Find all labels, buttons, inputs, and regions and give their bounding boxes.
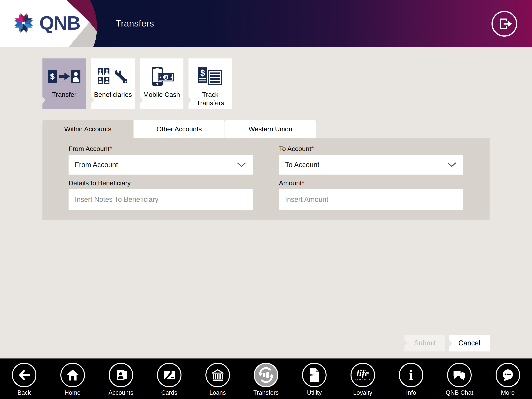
transfer-icon: $ [48,66,81,86]
feature-tab-label: Transfer [52,90,76,99]
feature-tab-label: Mobile Cash [143,90,180,99]
more-icon [496,363,520,387]
to-account-label: To Account* [279,145,314,153]
notch-decoration [91,97,94,104]
page-title: Transfers [116,0,154,47]
header: QNB Transfers [0,0,532,47]
chevron-down-icon [448,162,456,167]
amount-label: Amount* [279,179,304,187]
loyalty-life-rewards-icon: life REWARDS [350,363,375,387]
logout-icon [496,15,513,32]
beneficiaries-icon [98,66,128,86]
page: { "header": { "logo_text": "QNB", "title… [0,0,532,399]
from-account-label: From Account* [69,145,112,153]
cards-icon [157,363,182,387]
svg-text:$: $ [165,75,167,80]
loans-icon [205,363,230,387]
feature-tab-mobile-cash[interactable]: $ Mobile Cash [140,58,184,109]
notch-decoration [140,97,143,104]
transfers-icon [254,363,278,387]
amount-input[interactable] [279,189,463,210]
details-label: Details to Beneficiary [69,179,131,187]
required-asterisk: * [109,145,112,152]
svg-text:$: $ [50,72,55,81]
to-account-select[interactable]: To Account [279,155,463,174]
submit-button[interactable]: Submit [405,335,445,351]
tab-other-accounts[interactable]: Other Accounts [134,120,225,138]
notch-decoration [43,97,45,104]
required-asterisk: * [311,145,314,152]
nav-item-utility[interactable]: BILL Utility [300,363,329,396]
mobile-cash-icon: $ [149,66,174,86]
svg-text:BILL: BILL [310,373,317,376]
feature-tab-transfer[interactable]: $ Transfer [43,58,86,109]
nav-item-cards[interactable]: Cards [155,363,184,396]
track-transfers-icon: $ [198,66,222,86]
qnb-star-icon [12,11,35,35]
details-input[interactable] [69,189,253,210]
nav-item-info[interactable]: i Info [396,363,426,396]
nav-item-transfers[interactable]: Transfers [251,363,281,396]
qnb-logo: QNB [12,11,80,35]
feature-tabs: $ Transfer [43,58,232,109]
accounts-icon [109,363,133,387]
nav-item-qnb-chat[interactable]: QNB Chat [445,363,474,396]
feature-tab-beneficiaries[interactable]: Beneficiaries [91,58,135,109]
svg-text:$: $ [200,68,205,78]
cancel-button[interactable]: Cancel [449,335,490,351]
utility-bill-icon: BILL [302,363,327,387]
required-asterisk: * [302,179,304,187]
info-icon: i [399,363,423,387]
chevron-down-icon [237,162,246,167]
tab-within-accounts[interactable]: Within Accounts [43,120,133,138]
chat-icon [447,363,472,387]
home-icon [60,363,85,387]
bottom-nav: Back Home Accounts Cards [0,359,532,399]
feature-tab-track-transfers[interactable]: $ Track Transfers [189,58,232,109]
qnb-logo-text: QNB [39,12,80,34]
feature-tab-label: Beneficiaries [94,90,132,99]
logout-button[interactable] [492,11,517,37]
feature-tab-label: Track Transfers [189,90,232,107]
back-icon [12,363,36,387]
nav-item-home[interactable]: Home [58,363,87,396]
nav-item-accounts[interactable]: Accounts [106,363,136,396]
tab-western-union[interactable]: Western Union [225,120,316,138]
nav-item-loans[interactable]: Loans [203,363,232,396]
notch-decoration [449,340,452,346]
notch-decoration [405,340,408,346]
account-tabs: Within Accounts Other Accounts Western U… [43,120,316,138]
nav-item-more[interactable]: More [493,363,522,396]
from-account-select[interactable]: From Account [69,155,253,174]
nav-item-loyalty[interactable]: life REWARDS Loyalty [348,363,377,396]
nav-item-back[interactable]: Back [10,363,39,396]
transfer-form: From Account* From Account To Account* T… [43,138,489,220]
